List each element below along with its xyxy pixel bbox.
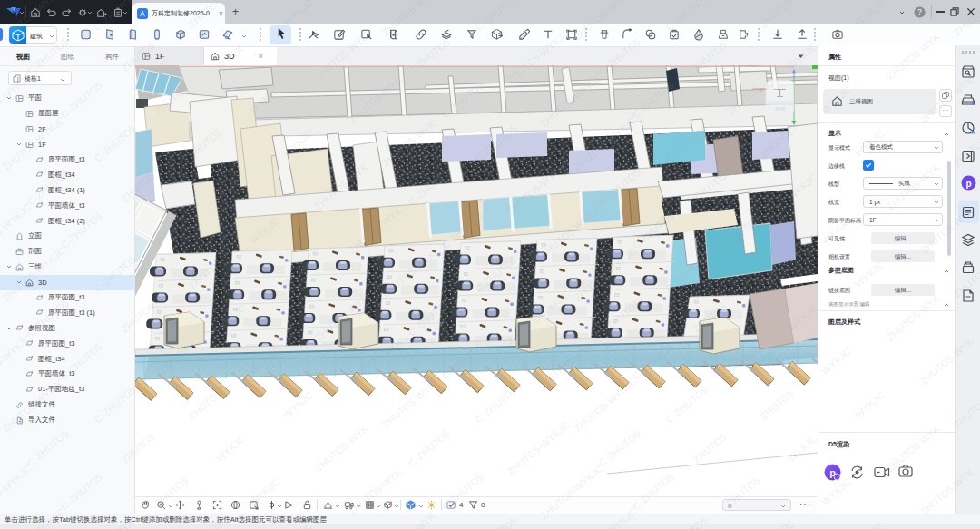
svg-text:APR: APR bbox=[775, 106, 785, 112]
svg-text:AI: AI bbox=[971, 130, 975, 135]
svg-text:AI: AI bbox=[971, 101, 975, 106]
svg-text:p: p bbox=[965, 179, 971, 189]
svg-text:?: ? bbox=[917, 7, 922, 16]
